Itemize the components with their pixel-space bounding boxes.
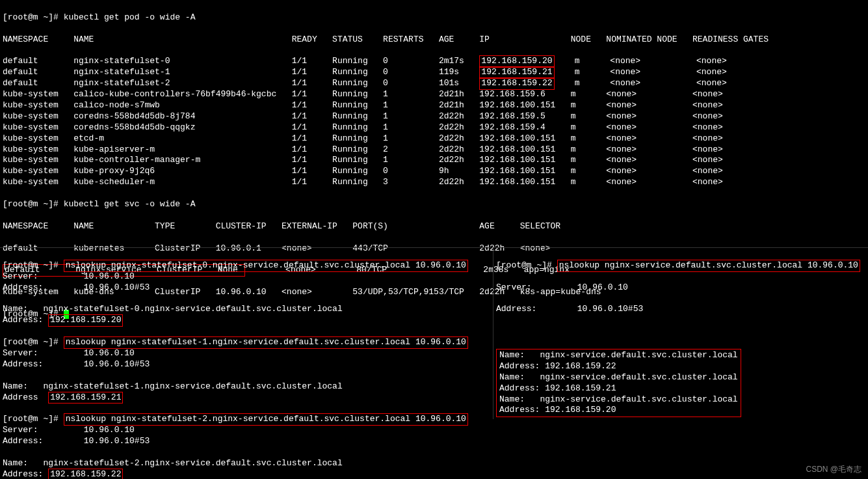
svc-table-header: NAMESPACE NAME TYPE CLUSTER-IP EXTERNAL-… [3, 221, 865, 232]
nslookup-block: [root@m ~]# nslookup nginx-statefulset-1… [3, 337, 488, 414]
dns-result-line: Address: 192.168.159.22 [499, 361, 738, 372]
dns-server: Server: 10.96.0.10 [496, 282, 865, 294]
nslookup-block: [root@m ~]# nslookup nginx-statefulset-2… [3, 414, 488, 479]
pod-row: kube-system kube-apiserver-m 1/1 Running… [3, 144, 865, 156]
pod-row: kube-system kube-scheduler-m 1/1 Running… [3, 177, 865, 188]
pod-row: kube-system calico-node-s7mwb 1/1 Runnin… [3, 100, 865, 111]
prompt: [root@m ~]# [496, 260, 552, 270]
pod-table-header: NAMESPACE NAME READY STATUS RESTARTS AGE… [3, 34, 865, 46]
pod-row: kube-system coredns-558bd4d5db-8j784 1/1… [3, 111, 865, 122]
pod-row: kube-system etcd-m 1/1 Running 1 2d22h 1… [3, 133, 865, 144]
pod-row: default nginx-statefulset-2 1/1 Running … [3, 78, 865, 89]
pod-row: kube-system calico-kube-controllers-76bf… [3, 89, 865, 100]
pod-row: kube-system coredns-558bd4d5db-qqgkz 1/1… [3, 122, 865, 133]
pod-row: default nginx-statefulset-1 1/1 Running … [3, 67, 865, 78]
terminal-bottom-right[interactable]: [root@m ~]# nslookup nginx-service.defau… [493, 247, 868, 419]
watermark: CSDN @毛奇志 [806, 465, 861, 475]
pod-row: kube-system kube-proxy-9j2q6 1/1 Running… [3, 166, 865, 177]
command-get-pods: kubectl get pod -o wide -A [64, 12, 196, 22]
prompt: [root@m ~]# [3, 199, 59, 209]
prompt: [root@m ~]# [3, 12, 59, 22]
dns-results-highlighted: Name: nginx-service.default.svc.cluster.… [496, 349, 741, 417]
nslookup-block: [root@m ~]# nslookup nginx-statefulset-0… [3, 260, 488, 337]
resolved-ip: 192.168.159.21 [48, 392, 123, 404]
dns-result-line: Address: 192.168.159.21 [499, 383, 738, 394]
dns-server-address: Address: 10.96.0.10#53 [496, 304, 865, 315]
command-get-svc: kubectl get svc -o wide -A [64, 199, 196, 209]
nslookup-command: nslookup nginx-statefulset-0.nginx-servi… [64, 260, 468, 272]
dns-result-line: Name: nginx-service.default.svc.cluster.… [499, 372, 738, 383]
nslookup-command: nslookup nginx-statefulset-2.nginx-servi… [64, 413, 468, 426]
nslookup-command: nslookup nginx-statefulset-1.nginx-servi… [64, 336, 468, 349]
terminal-bottom-left[interactable]: [root@m ~]# nslookup nginx-statefulset-0… [0, 247, 491, 479]
dns-result-line: Name: nginx-service.default.svc.cluster.… [499, 350, 738, 361]
dns-result-line: Address: 192.168.159.20 [499, 405, 738, 416]
resolved-ip: 192.168.159.20 [48, 314, 123, 327]
pod-row: kube-system kube-controller-manager-m 1/… [3, 155, 865, 166]
pod-row: default nginx-statefulset-0 1/1 Running … [3, 56, 865, 67]
resolved-ip: 192.168.159.22 [48, 469, 123, 479]
dns-result-line: Name: nginx-service.default.svc.cluster.… [499, 394, 738, 405]
pod-table-body: default nginx-statefulset-0 1/1 Running … [3, 56, 865, 188]
nslookup-command: nslookup nginx-service.default.svc.clust… [557, 260, 860, 272]
